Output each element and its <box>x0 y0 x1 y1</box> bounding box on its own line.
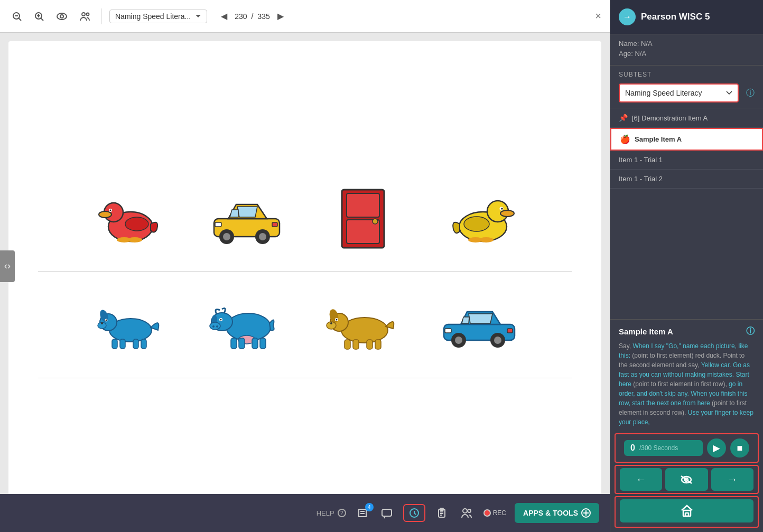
svg-rect-45 <box>112 339 117 349</box>
timer-bar: 0 /300 Seconds ▶ ■ <box>615 433 759 463</box>
svg-point-16 <box>125 217 148 231</box>
svg-point-32 <box>500 210 514 217</box>
age-row: Age: N/A <box>619 50 755 58</box>
prev-page-button[interactable]: ◀ <box>218 10 230 22</box>
next-page-button[interactable]: ▶ <box>274 10 287 22</box>
rec-label: REC <box>493 509 506 517</box>
page-navigation: ◀ 230 / 335 ▶ <box>218 10 287 22</box>
subtest-select[interactable]: Naming Speed Literacy <box>619 83 739 102</box>
image-row-1 <box>8 176 601 261</box>
active-tool-button[interactable] <box>403 504 425 522</box>
svg-point-53 <box>212 325 215 328</box>
svg-point-68 <box>336 319 338 320</box>
description-section: Sample Item A ⓘ Say, When I say "Go," na… <box>610 319 763 433</box>
svg-rect-79 <box>507 329 513 333</box>
svg-point-42 <box>101 322 103 324</box>
stimulus-yellow-dog <box>326 293 400 357</box>
left-panel-toggle[interactable]: ‹› <box>0 250 15 282</box>
timer-play-button[interactable]: ▶ <box>707 438 726 458</box>
svg-rect-71 <box>367 340 373 349</box>
nav-item-demo-a[interactable]: 📌 [6] Demonstration Item A <box>610 108 763 128</box>
svg-rect-27 <box>347 193 379 217</box>
help-label: HELP <box>317 509 334 517</box>
stimulus-area: A <box>8 41 601 524</box>
page-total: 335 <box>257 12 269 21</box>
svg-point-92 <box>468 509 471 512</box>
timer-total: /300 Seconds <box>639 444 678 452</box>
panel-meta: Name: N/A Age: N/A <box>610 34 763 66</box>
home-button[interactable] <box>620 499 753 522</box>
age-value: N/A <box>635 50 646 58</box>
nav-item-trial-1-label: Item 1 - Trial 1 <box>619 156 663 164</box>
svg-line-4 <box>41 18 44 21</box>
svg-rect-69 <box>345 340 350 349</box>
chat-button[interactable] <box>379 505 395 521</box>
home-button-row <box>615 496 759 528</box>
nav-item-sample-a-label: Sample Item A <box>635 135 682 143</box>
svg-rect-61 <box>260 338 266 349</box>
pin-icon: 📌 <box>619 114 628 122</box>
help-button[interactable]: HELP ? <box>317 509 346 517</box>
svg-point-52 <box>210 322 220 330</box>
nav-item-trial-2-label: Item 1 - Trial 2 <box>619 175 663 183</box>
svg-point-35 <box>464 217 489 231</box>
panel-title: Pearson WISC 5 <box>641 12 710 22</box>
back-button[interactable]: ← <box>620 468 662 491</box>
users-button[interactable] <box>458 505 475 521</box>
svg-rect-70 <box>353 340 359 349</box>
desc-teal-4: Use your finger to keep your place, <box>619 409 753 426</box>
toolbar: Naming Speed Litera... ◀ 230 / 335 ▶ × <box>0 0 610 33</box>
svg-rect-60 <box>252 338 258 349</box>
nav-item-sample-a[interactable]: 🍎 Sample Item A <box>610 128 763 151</box>
eye-button[interactable] <box>53 10 71 23</box>
svg-rect-84 <box>382 509 392 516</box>
apps-tools-button[interactable]: APPS & TOOLS <box>515 503 599 523</box>
svg-rect-48 <box>141 339 146 349</box>
svg-rect-47 <box>133 339 138 349</box>
stimulus-yellow-car <box>210 187 284 250</box>
svg-point-13 <box>99 211 111 218</box>
svg-point-66 <box>330 322 332 324</box>
nav-list: 📌 [6] Demonstration Item A 🍎 Sample Item… <box>610 108 763 319</box>
navigation-buttons: ← → <box>615 465 759 494</box>
forward-button[interactable]: → <box>711 468 753 491</box>
subtest-info-icon[interactable]: ⓘ <box>746 88 755 99</box>
svg-point-29 <box>373 219 378 224</box>
people-button[interactable] <box>76 10 94 23</box>
subtest-dropdown[interactable]: Naming Speed Litera... <box>109 10 207 23</box>
notes-badge: 4 <box>365 503 374 511</box>
close-button[interactable]: × <box>595 10 601 22</box>
clipboard-button[interactable] <box>434 505 450 521</box>
svg-point-34 <box>501 208 503 210</box>
svg-point-8 <box>60 15 63 18</box>
stimulus-blue-cow <box>210 293 284 357</box>
nav-item-trial-1[interactable]: Item 1 - Trial 1 <box>610 151 763 170</box>
nav-item-trial-2[interactable]: Item 1 - Trial 2 <box>610 170 763 189</box>
zoom-out-button[interactable] <box>8 9 25 24</box>
svg-rect-78 <box>445 329 451 333</box>
description-title: Sample Item A ⓘ <box>619 326 755 337</box>
svg-point-23 <box>259 233 266 240</box>
zoom-in-button[interactable] <box>31 9 48 24</box>
svg-point-7 <box>57 13 67 20</box>
nav-item-demo-a-label: [6] Demonstration Item A <box>632 114 708 122</box>
page-separator: / <box>252 12 254 21</box>
subtest-selected-value: Naming Speed Literacy <box>625 89 702 97</box>
rec-button[interactable]: REC <box>483 509 506 517</box>
notes-button[interactable]: 4 <box>355 505 370 521</box>
stimulus-yellow-duck <box>442 187 516 250</box>
svg-rect-25 <box>272 222 277 227</box>
panel-arrow-icon: → <box>619 8 636 25</box>
image-row-2 <box>8 283 601 367</box>
timer-stop-button[interactable]: ■ <box>730 438 749 458</box>
desc-info-icon[interactable]: ⓘ <box>746 326 755 337</box>
desc-teal-3: go in order, and don't skip any. When yo… <box>619 380 748 407</box>
svg-point-56 <box>220 319 222 321</box>
svg-point-77 <box>494 337 501 344</box>
row-divider-2 <box>38 378 572 378</box>
age-label: Age: <box>619 50 633 58</box>
stimulus-blue-dog-1 <box>94 293 168 357</box>
hide-button[interactable] <box>665 468 708 491</box>
svg-text:?: ? <box>340 510 343 516</box>
apple-icon: 🍎 <box>620 134 630 144</box>
